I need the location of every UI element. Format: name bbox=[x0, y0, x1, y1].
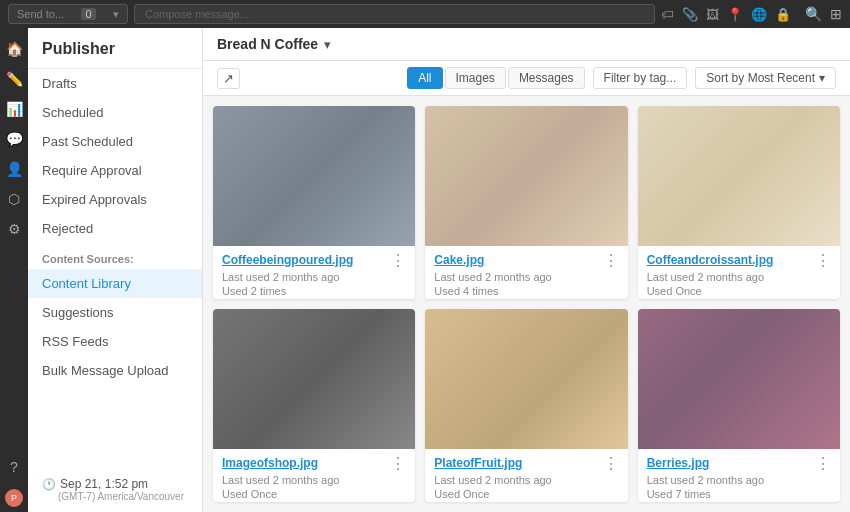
sidebar-item-scheduled[interactable]: Scheduled bbox=[28, 98, 202, 127]
image-icon[interactable]: 🖼 bbox=[706, 7, 719, 22]
image-card: Coffeandcroissant.jpg⋮Last used 2 months… bbox=[638, 106, 840, 299]
image-menu-button[interactable]: ⋮ bbox=[815, 456, 831, 472]
image-menu-button[interactable]: ⋮ bbox=[603, 253, 619, 269]
icon-nav: 🏠 ✏️ 📊 💬 👤 ⬡ ⚙ ? P bbox=[0, 28, 28, 512]
nav-home[interactable]: 🏠 bbox=[0, 36, 28, 62]
sort-arrow-icon: ▾ bbox=[819, 71, 825, 85]
image-name[interactable]: Imageofshop.jpg bbox=[222, 456, 390, 470]
image-name[interactable]: Coffeandcroissant.jpg bbox=[647, 253, 815, 267]
image-thumbnail bbox=[638, 309, 840, 449]
sidebar-title: Publisher bbox=[28, 28, 202, 69]
sidebar-item-rss-feeds[interactable]: RSS Feeds bbox=[28, 327, 202, 356]
image-used-count: Used 4 times bbox=[434, 285, 618, 297]
compose-field[interactable]: Compose message... bbox=[134, 4, 655, 24]
nav-publish[interactable]: ✏️ bbox=[0, 66, 28, 92]
timezone-display: (GMT-7) America/Vancouver bbox=[42, 491, 188, 502]
sidebar-item-past-scheduled[interactable]: Past Scheduled bbox=[28, 127, 202, 156]
share-icon[interactable]: ↗ bbox=[217, 68, 240, 89]
search-icon[interactable]: 🔍 bbox=[805, 6, 822, 22]
content-sources-label: Content Sources: bbox=[28, 243, 202, 269]
sidebar-item-drafts[interactable]: Drafts bbox=[28, 69, 202, 98]
tag-icon[interactable]: 🏷 bbox=[661, 7, 674, 22]
content-header-title: Bread N Coffee bbox=[217, 36, 318, 52]
image-name[interactable]: Coffeebeingpoured.jpg bbox=[222, 253, 390, 267]
image-last-used: Last used 2 months ago bbox=[222, 474, 406, 486]
sidebar-item-bulk-message-upload[interactable]: Bulk Message Upload bbox=[28, 356, 202, 385]
sidebar-item-content-library[interactable]: Content Library bbox=[28, 269, 202, 298]
image-thumbnail bbox=[638, 106, 840, 246]
main-layout: 🏠 ✏️ 📊 💬 👤 ⬡ ⚙ ? P Publisher Drafts Sche… bbox=[0, 28, 850, 512]
compose-placeholder: Compose message... bbox=[145, 8, 249, 20]
send-arrow: ▾ bbox=[113, 8, 119, 21]
paperclip-icon[interactable]: 📎 bbox=[682, 7, 698, 22]
image-used-count: Used 2 times bbox=[222, 285, 406, 297]
image-menu-button[interactable]: ⋮ bbox=[390, 253, 406, 269]
content-area: Bread N Coffee ▾ ↗ All Images Messages F… bbox=[203, 28, 850, 512]
nav-apps[interactable]: ⬡ bbox=[0, 186, 28, 212]
sidebar-item-require-approval[interactable]: Require Approval bbox=[28, 156, 202, 185]
topbar-icons: 🏷 📎 🖼 📍 🌐 🔒 🔍 ⊞ bbox=[661, 6, 842, 22]
image-thumbnail bbox=[425, 309, 627, 449]
grid-icon[interactable]: ⊞ bbox=[830, 6, 842, 22]
image-card: Coffeebeingpoured.jpg⋮Last used 2 months… bbox=[213, 106, 415, 299]
clock-icon: 🕐 bbox=[42, 478, 56, 491]
tab-images[interactable]: Images bbox=[445, 67, 506, 89]
sidebar: Publisher Drafts Scheduled Past Schedule… bbox=[28, 28, 203, 512]
image-card: PlateofFruit.jpg⋮Last used 2 months agoU… bbox=[425, 309, 627, 502]
image-menu-button[interactable]: ⋮ bbox=[390, 456, 406, 472]
image-info: Coffeandcroissant.jpg⋮Last used 2 months… bbox=[638, 246, 840, 299]
nav-help[interactable]: ? bbox=[0, 454, 28, 480]
tab-all[interactable]: All bbox=[407, 67, 442, 89]
image-name[interactable]: Cake.jpg bbox=[434, 253, 602, 267]
image-last-used: Last used 2 months ago bbox=[434, 474, 618, 486]
image-used-count: Used Once bbox=[647, 285, 831, 297]
sort-label: Sort by Most Recent bbox=[706, 71, 815, 85]
nav-engage[interactable]: 💬 bbox=[0, 126, 28, 152]
image-last-used: Last used 2 months ago bbox=[647, 271, 831, 283]
image-name[interactable]: Berries.jpg bbox=[647, 456, 815, 470]
lock-icon[interactable]: 🔒 bbox=[775, 7, 791, 22]
send-placeholder: Send to... bbox=[17, 8, 64, 20]
image-menu-button[interactable]: ⋮ bbox=[603, 456, 619, 472]
image-last-used: Last used 2 months ago bbox=[222, 271, 406, 283]
location-icon[interactable]: 📍 bbox=[727, 7, 743, 22]
image-last-used: Last used 2 months ago bbox=[647, 474, 831, 486]
header-dropdown-arrow[interactable]: ▾ bbox=[324, 37, 331, 52]
image-info: Cake.jpg⋮Last used 2 months agoUsed 4 ti… bbox=[425, 246, 627, 299]
content-toolbar: ↗ All Images Messages Filter by tag... S… bbox=[203, 61, 850, 96]
image-grid: Coffeebeingpoured.jpg⋮Last used 2 months… bbox=[203, 96, 850, 512]
tab-group: All Images Messages bbox=[407, 67, 584, 89]
send-to-field[interactable]: Send to... 0 ▾ bbox=[8, 4, 128, 24]
topbar: Send to... 0 ▾ Compose message... 🏷 📎 🖼 … bbox=[0, 0, 850, 28]
sidebar-item-expired-approvals[interactable]: Expired Approvals bbox=[28, 185, 202, 214]
image-used-count: Used Once bbox=[434, 488, 618, 500]
image-thumbnail bbox=[213, 309, 415, 449]
globe-icon[interactable]: 🌐 bbox=[751, 7, 767, 22]
sidebar-item-suggestions[interactable]: Suggestions bbox=[28, 298, 202, 327]
nav-analytics[interactable]: 📊 bbox=[0, 96, 28, 122]
image-card: Cake.jpg⋮Last used 2 months agoUsed 4 ti… bbox=[425, 106, 627, 299]
nav-profile[interactable]: P bbox=[0, 484, 28, 512]
image-used-count: Used 7 times bbox=[647, 488, 831, 500]
content-header: Bread N Coffee ▾ bbox=[203, 28, 850, 61]
image-info: Coffeebeingpoured.jpg⋮Last used 2 months… bbox=[213, 246, 415, 299]
image-info: PlateofFruit.jpg⋮Last used 2 months agoU… bbox=[425, 449, 627, 502]
sidebar-time: 🕐 Sep 21, 1:52 pm (GMT-7) America/Vancou… bbox=[28, 467, 202, 512]
time-display: Sep 21, 1:52 pm bbox=[60, 477, 148, 491]
image-used-count: Used Once bbox=[222, 488, 406, 500]
tab-messages[interactable]: Messages bbox=[508, 67, 585, 89]
image-card: Berries.jpg⋮Last used 2 months agoUsed 7… bbox=[638, 309, 840, 502]
image-name[interactable]: PlateofFruit.jpg bbox=[434, 456, 602, 470]
image-card: Imageofshop.jpg⋮Last used 2 months agoUs… bbox=[213, 309, 415, 502]
nav-settings[interactable]: ⚙ bbox=[0, 216, 28, 242]
image-menu-button[interactable]: ⋮ bbox=[815, 253, 831, 269]
image-info: Berries.jpg⋮Last used 2 months agoUsed 7… bbox=[638, 449, 840, 502]
image-thumbnail bbox=[213, 106, 415, 246]
image-last-used: Last used 2 months ago bbox=[434, 271, 618, 283]
nav-users[interactable]: 👤 bbox=[0, 156, 28, 182]
image-info: Imageofshop.jpg⋮Last used 2 months agoUs… bbox=[213, 449, 415, 502]
sidebar-item-rejected[interactable]: Rejected bbox=[28, 214, 202, 243]
filter-button[interactable]: Filter by tag... bbox=[593, 67, 688, 89]
sort-button[interactable]: Sort by Most Recent ▾ bbox=[695, 67, 836, 89]
send-count: 0 bbox=[81, 8, 95, 20]
